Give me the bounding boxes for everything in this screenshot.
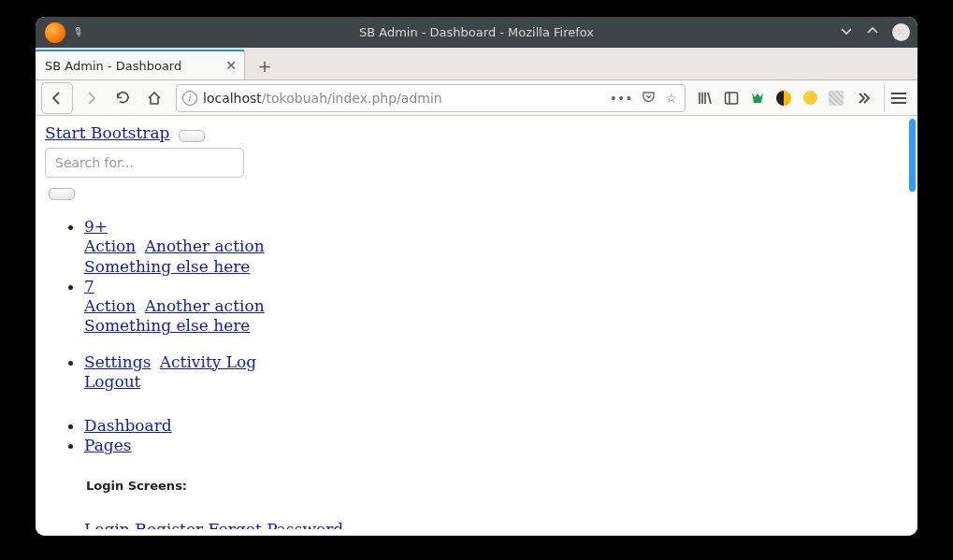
library-icon[interactable] bbox=[697, 90, 714, 107]
dd-something-else-2[interactable]: Something else here bbox=[84, 316, 250, 335]
subnav-forgot-link[interactable]: Forgot Password bbox=[209, 520, 344, 529]
subnav-register-link[interactable]: Register bbox=[135, 520, 203, 529]
window-titlebar: ✎ SB Admin - Dashboard - Mozilla Firefox… bbox=[36, 17, 917, 48]
sidenav-dashboard-link[interactable]: Dashboard bbox=[84, 416, 172, 435]
home-button[interactable] bbox=[140, 84, 168, 112]
alerts-badge-link[interactable]: 9+ bbox=[84, 217, 108, 236]
extension-misc-icon[interactable] bbox=[828, 90, 845, 107]
new-tab-button[interactable]: + bbox=[249, 51, 281, 79]
firefox-icon bbox=[45, 22, 65, 43]
window-maximize-button[interactable] bbox=[866, 24, 879, 40]
user-logout-link[interactable]: Logout bbox=[84, 372, 140, 391]
extension-ys-icon[interactable] bbox=[775, 90, 792, 107]
sidenav-item-dashboard: Dashboard bbox=[84, 416, 908, 436]
messages-badge-link[interactable]: 7 bbox=[84, 277, 94, 295]
extension-fox-icon[interactable] bbox=[749, 90, 766, 107]
pin-icon[interactable]: ✎ bbox=[70, 23, 87, 41]
navbar-toggle-button[interactable] bbox=[179, 130, 205, 142]
dd-another-action[interactable]: Another action bbox=[145, 237, 265, 255]
page-actions-icon[interactable]: ••• bbox=[608, 91, 635, 106]
overflow-icon[interactable] bbox=[854, 90, 871, 107]
tab-strip: SB Admin - Dashboard ✕ + bbox=[36, 48, 917, 80]
bookmark-star-icon[interactable]: ☆ bbox=[663, 91, 679, 106]
browser-toolbar: i localhost/tokobuah/index.php/admin •••… bbox=[36, 80, 917, 116]
dd-action-2[interactable]: Action bbox=[84, 296, 136, 315]
tab-title: SB Admin - Dashboard bbox=[45, 59, 181, 73]
window-minimize-button[interactable] bbox=[840, 24, 853, 40]
page-viewport: Start Bootstrap 9+ Action Another action… bbox=[36, 116, 917, 536]
pocket-icon[interactable] bbox=[640, 90, 657, 107]
sidebar-icon[interactable] bbox=[723, 90, 740, 107]
reload-button[interactable] bbox=[108, 84, 137, 112]
nav-item-alerts: 9+ Action Another action Something else … bbox=[84, 217, 908, 277]
tab-close-button[interactable]: ✕ bbox=[225, 58, 237, 73]
sidenav-pages-link[interactable]: Pages bbox=[84, 436, 131, 454]
back-button[interactable] bbox=[41, 82, 73, 114]
url-path: /tokobuah/index.php/admin bbox=[262, 91, 442, 106]
forward-button bbox=[77, 84, 105, 112]
search-submit-button[interactable] bbox=[49, 188, 75, 200]
window-title: SB Admin - Dashboard - Mozilla Firefox bbox=[36, 25, 917, 39]
scrollbar-thumb[interactable] bbox=[909, 119, 916, 192]
site-info-icon[interactable]: i bbox=[182, 91, 197, 106]
user-activity-link[interactable]: Activity Log bbox=[160, 352, 256, 371]
user-settings-link[interactable]: Settings bbox=[84, 352, 151, 371]
url-bar[interactable]: i localhost/tokobuah/index.php/admin •••… bbox=[176, 84, 686, 112]
brand-link[interactable]: Start Bootstrap bbox=[45, 123, 169, 142]
svg-rect-0 bbox=[726, 93, 738, 104]
sidenav-item-pages: Pages Login Screens: Login Register Forg… bbox=[84, 436, 908, 529]
url-host: localhost bbox=[203, 91, 262, 106]
dd-action[interactable]: Action bbox=[84, 237, 136, 255]
search-input[interactable] bbox=[45, 148, 244, 178]
extension-smiley-icon[interactable] bbox=[801, 90, 818, 107]
nav-item-user: Settings Activity Log Logout bbox=[84, 337, 908, 393]
dd-another-action-2[interactable]: Another action bbox=[145, 296, 265, 315]
dd-something-else[interactable]: Something else here bbox=[84, 257, 250, 276]
subnav-login-link[interactable]: Login bbox=[84, 520, 130, 529]
app-menu-button[interactable] bbox=[884, 84, 912, 112]
browser-tab-active[interactable]: SB Admin - Dashboard ✕ bbox=[36, 50, 245, 79]
pages-heading-login: Login Screens: bbox=[86, 479, 908, 494]
nav-item-messages: 7 Action Another action Something else h… bbox=[84, 277, 908, 337]
window-close-button[interactable]: ✕ bbox=[892, 23, 910, 41]
